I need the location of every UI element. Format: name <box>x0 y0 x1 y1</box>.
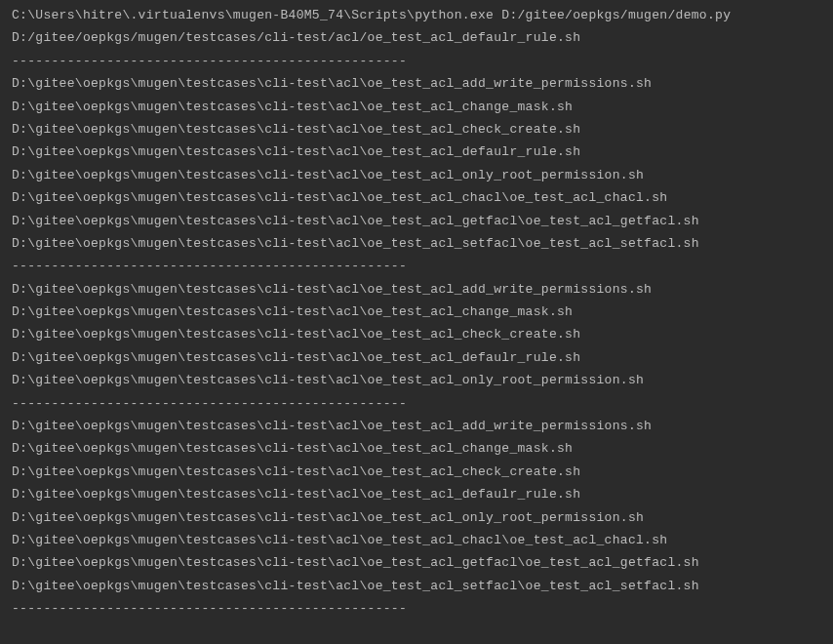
separator-line: ----------------------------------------… <box>12 597 833 620</box>
separator-line: ----------------------------------------… <box>12 255 833 277</box>
output-path-line: D:\gitee\oepkgs\mugen\testcases\cli-test… <box>12 506 833 529</box>
output-path-line: D:\gitee\oepkgs\mugen\testcases\cli-test… <box>12 278 833 301</box>
output-path-line: D:\gitee\oepkgs\mugen\testcases\cli-test… <box>12 118 833 141</box>
output-path-line: D:\gitee\oepkgs\mugen\testcases\cli-test… <box>12 72 833 95</box>
output-path-line: D:\gitee\oepkgs\mugen\testcases\cli-test… <box>12 323 833 345</box>
output-path-line: D:\gitee\oepkgs\mugen\testcases\cli-test… <box>12 551 833 574</box>
script-path: D:/gitee/oepkgs/mugen/demo.py <box>501 8 731 22</box>
output-path-line: D:\gitee\oepkgs\mugen\testcases\cli-test… <box>12 437 833 460</box>
output-path-line: D:\gitee\oepkgs\mugen\testcases\cli-test… <box>12 461 833 483</box>
output-path-line: D:\gitee\oepkgs\mugen\testcases\cli-test… <box>12 415 833 437</box>
output-path-line: D:\gitee\oepkgs\mugen\testcases\cli-test… <box>12 210 833 232</box>
output-path-line: D:\gitee\oepkgs\mugen\testcases\cli-test… <box>12 164 833 186</box>
output-path-line: D:\gitee\oepkgs\mugen\testcases\cli-test… <box>12 301 833 323</box>
output-path-line: D:\gitee\oepkgs\mugen\testcases\cli-test… <box>12 575 833 597</box>
output-path-line: D:\gitee\oepkgs\mugen\testcases\cli-test… <box>12 529 833 551</box>
output-path-line: D:\gitee\oepkgs\mugen\testcases\cli-test… <box>12 346 833 369</box>
separator-line: ----------------------------------------… <box>12 392 833 415</box>
initial-output-path: D:/gitee/oepkgs/mugen/testcases/cli-test… <box>12 26 833 49</box>
output-path-line: D:\gitee\oepkgs\mugen\testcases\cli-test… <box>12 141 833 163</box>
separator-line: ----------------------------------------… <box>12 50 833 72</box>
output-path-line: D:\gitee\oepkgs\mugen\testcases\cli-test… <box>12 186 833 209</box>
output-path-line: D:\gitee\oepkgs\mugen\testcases\cli-test… <box>12 483 833 505</box>
output-path-line: D:\gitee\oepkgs\mugen\testcases\cli-test… <box>12 232 833 255</box>
terminal-output[interactable]: C:\Users\hitre\.virtualenvs\mugen-B40M5_… <box>0 4 833 621</box>
output-path-line: D:\gitee\oepkgs\mugen\testcases\cli-test… <box>12 96 833 118</box>
python-exe-path: C:\Users\hitre\.virtualenvs\mugen-B40M5_… <box>12 8 494 22</box>
output-path-line: D:\gitee\oepkgs\mugen\testcases\cli-test… <box>12 369 833 391</box>
command-line: C:\Users\hitre\.virtualenvs\mugen-B40M5_… <box>12 4 833 26</box>
